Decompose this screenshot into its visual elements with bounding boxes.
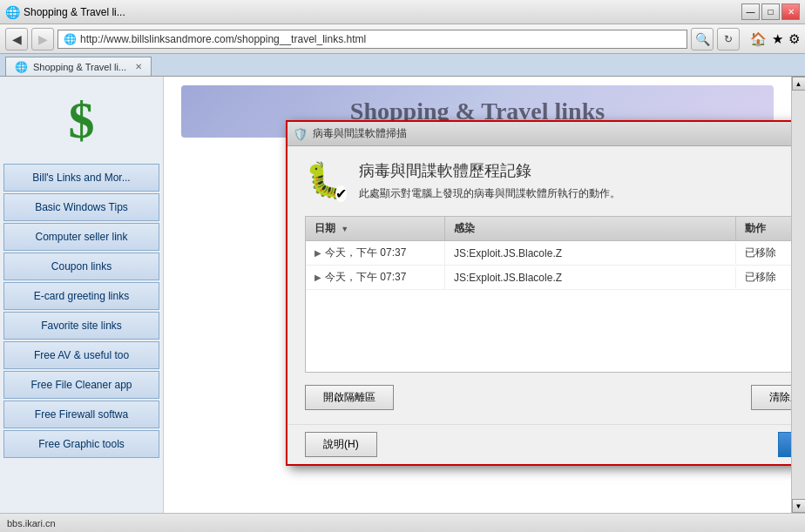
- address-bar[interactable]: 🌐 http://www.billslinksandmore.com/shopp…: [58, 30, 687, 49]
- dialog-header-text: 病毒與間諜軟體歷程記錄 此處顯示對電腦上發現的病毒與間諜軟體所執行的動作。: [359, 160, 620, 201]
- virus-table: 日期 ▼ 感染 動作 ▶: [305, 216, 791, 373]
- virus-scan-dialog: 🛡️ 病毒與間諜軟體掃描 — □ ✕: [286, 120, 791, 466]
- sidebar-item-file-cleaner[interactable]: Free File Cleaner app: [3, 371, 159, 399]
- close-button[interactable]: ✕: [781, 3, 800, 20]
- sidebar-item-computer-seller[interactable]: Computer seller link: [3, 223, 159, 251]
- dialog-title-left: 🛡️ 病毒與間諜軟體掃描: [293, 126, 407, 141]
- open-quarantine-button[interactable]: 開啟隔離區: [305, 385, 394, 410]
- main-content: Shopping & Travel links 🛡️ 病毒與間諜軟體掃描 — □: [164, 77, 791, 513]
- star-icon[interactable]: ★: [772, 31, 783, 47]
- dialog-close-action-button[interactable]: 關閉(C): [778, 432, 791, 457]
- ie-logo: 🌐: [5, 5, 20, 19]
- sidebar-nav: Bill's Links and Mor... Basic Windows Ti…: [0, 164, 163, 458]
- footer-right: 關閉(C): [778, 432, 791, 457]
- row1-date: ▶ 今天，下午 07:37: [306, 241, 445, 265]
- scroll-up-button[interactable]: ▲: [792, 77, 806, 91]
- dialog-description: 此處顯示對電腦上發現的病毒與間諜軟體所執行的動作。: [359, 186, 620, 201]
- address-text: http://www.billslinksandmore.com/shoppin…: [80, 33, 366, 45]
- status-bar: bbs.ikari.cn: [0, 513, 805, 532]
- tab-favicon: 🌐: [15, 61, 28, 73]
- dialog-footer: 說明(H) 關閉(C): [288, 424, 791, 464]
- page-area: $ Bill's Links and Mor... Basic Windows …: [0, 77, 805, 513]
- dialog-title-icon: 🛡️: [293, 127, 308, 141]
- title-bar-buttons: — □ ✕: [741, 3, 800, 20]
- dialog-middle-buttons: 開啟隔離區 清除歷程記錄: [305, 385, 791, 410]
- row2-action: 已移除: [736, 266, 791, 289]
- table-body: ▶ 今天，下午 07:37 JS:Exploit.JS.Blacole.Z 已移…: [306, 241, 791, 290]
- refresh-button[interactable]: ↻: [717, 28, 740, 51]
- maximize-button[interactable]: □: [761, 3, 780, 20]
- row2-date: ▶ 今天，下午 07:37: [306, 266, 445, 289]
- row1-action: 已移除: [736, 241, 791, 265]
- table-row: ▶ 今天，下午 07:37 JS:Exploit.JS.Blacole.Z 已移…: [306, 241, 791, 266]
- nav-bar: ◀ ▶ 🌐 http://www.billslinksandmore.com/s…: [0, 24, 805, 54]
- dialog-title-text: 病毒與間諜軟體掃描: [313, 126, 407, 141]
- dialog-header: 🐛 ✔ 病毒與間諜軟體歷程記錄 此處顯示對電腦上發現的病毒與間諜軟體所執行的動作…: [305, 160, 791, 202]
- col-date-header: 日期 ▼: [306, 217, 445, 240]
- back-button[interactable]: ◀: [5, 28, 28, 51]
- expand-arrow-icon[interactable]: ▶: [315, 248, 321, 258]
- scroll-down-button[interactable]: ▼: [792, 499, 806, 513]
- scrollbar-right: ▲ ▼: [791, 77, 805, 513]
- table-row: ▶ 今天，下午 07:37 JS:Exploit.JS.Blacole.Z 已移…: [306, 266, 791, 290]
- sidebar: $ Bill's Links and Mor... Basic Windows …: [0, 77, 164, 513]
- sidebar-item-graphic-tools[interactable]: Free Graphic tools: [3, 430, 159, 458]
- dialog-content: 🐛 ✔ 病毒與間諜軟體歷程記錄 此處顯示對電腦上發現的病毒與間諜軟體所執行的動作…: [288, 146, 791, 424]
- col-infection-header: 感染: [445, 217, 736, 240]
- table-header-row: 日期 ▼ 感染 動作: [306, 217, 791, 241]
- expand-arrow-icon[interactable]: ▶: [315, 273, 321, 282]
- sidebar-item-coupon[interactable]: Coupon links: [3, 253, 159, 280]
- status-text: bbs.ikari.cn: [7, 518, 56, 529]
- help-button[interactable]: 說明(H): [305, 432, 377, 457]
- tab-bar: 🌐 Shopping & Travel li... ✕: [0, 54, 805, 77]
- minimize-button[interactable]: —: [741, 3, 760, 20]
- settings-icon[interactable]: ⚙: [788, 31, 800, 47]
- dialog-titlebar: 🛡️ 病毒與間諜軟體掃描 — □ ✕: [288, 122, 791, 146]
- sidebar-item-firewall[interactable]: Free Firewall softwa: [3, 401, 159, 428]
- sidebar-item-free-av[interactable]: Free AV & useful too: [3, 341, 159, 369]
- btn-left-area: 開啟隔離區: [305, 385, 394, 410]
- tab-close-button[interactable]: ✕: [135, 62, 142, 71]
- ie-favicon: 🌐: [64, 33, 77, 45]
- sidebar-logo: $: [0, 85, 163, 155]
- window-title: Shopping & Travel li...: [24, 6, 125, 18]
- sidebar-item-bills-links[interactable]: Bill's Links and Mor...: [3, 164, 159, 192]
- footer-left: 說明(H): [305, 432, 377, 457]
- sort-arrow-icon: ▼: [341, 225, 348, 233]
- btn-right-area: 清除歷程記錄: [751, 385, 791, 410]
- sidebar-item-favorite[interactable]: Favorite site links: [3, 312, 159, 340]
- title-bar-left: 🌐 Shopping & Travel li...: [5, 5, 125, 19]
- row2-infection: JS:Exploit.JS.Blacole.Z: [445, 267, 736, 288]
- sidebar-item-basic-windows[interactable]: Basic Windows Tips: [3, 193, 159, 221]
- dialog-header-icon: 🐛 ✔: [305, 160, 347, 202]
- row1-infection: JS:Exploit.JS.Blacole.Z: [445, 243, 736, 264]
- sidebar-item-ecard[interactable]: E-card greeting links: [3, 282, 159, 310]
- tab-label: Shopping & Travel li...: [33, 62, 126, 72]
- browser-icons: 🏠 ★ ⚙: [750, 31, 800, 47]
- dollar-sign-icon: $: [9, 94, 154, 146]
- dialog-heading: 病毒與間諜軟體歷程記錄: [359, 160, 620, 181]
- clear-history-button[interactable]: 清除歷程記錄: [751, 385, 791, 410]
- shield-check-icon: ✔: [335, 185, 347, 202]
- dialog-overlay: 🛡️ 病毒與間諜軟體掃描 — □ ✕: [164, 77, 791, 513]
- browser-tab[interactable]: 🌐 Shopping & Travel li... ✕: [5, 57, 152, 76]
- search-button[interactable]: 🔍: [691, 28, 714, 51]
- col-action-header: 動作: [736, 217, 791, 240]
- home-icon[interactable]: 🏠: [750, 31, 767, 47]
- forward-button[interactable]: ▶: [31, 28, 54, 51]
- title-bar: 🌐 Shopping & Travel li... — □ ✕: [0, 0, 805, 24]
